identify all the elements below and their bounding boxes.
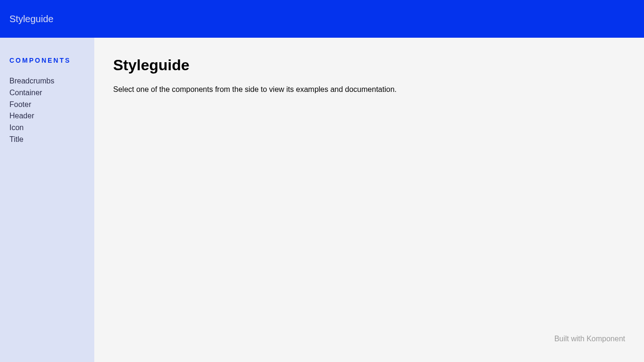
sidebar-item-title[interactable]: Title	[9, 134, 85, 146]
sidebar-item-footer[interactable]: Footer	[9, 99, 85, 111]
header-title-link[interactable]: Styleguide	[9, 14, 53, 25]
header: Styleguide	[0, 0, 644, 38]
page-description: Select one of the components from the si…	[113, 85, 625, 94]
sidebar-item-breadcrumbs[interactable]: Breadcrumbs	[9, 75, 85, 87]
sidebar-item-header[interactable]: Header	[9, 110, 85, 122]
sidebar-item-icon[interactable]: Icon	[9, 122, 85, 134]
sidebar: Components Breadcrumbs Container Footer …	[0, 38, 94, 362]
sidebar-item-container[interactable]: Container	[9, 87, 85, 99]
main: Styleguide Select one of the components …	[94, 38, 644, 362]
sidebar-list: Breadcrumbs Container Footer Header Icon…	[9, 75, 85, 146]
sidebar-heading: Components	[9, 57, 85, 64]
footer-note-link[interactable]: Built with Komponent	[554, 335, 625, 343]
page-title: Styleguide	[113, 57, 625, 74]
layout: Components Breadcrumbs Container Footer …	[0, 38, 644, 362]
